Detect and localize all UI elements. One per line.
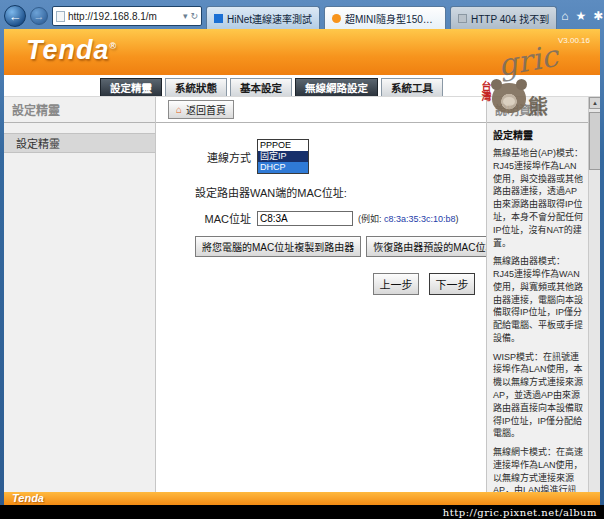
- tab-label: HiNet連線速率測試: [227, 11, 312, 26]
- home-icon[interactable]: ⌂: [561, 10, 568, 22]
- nav-tab-basic-settings[interactable]: 基本設定: [230, 78, 292, 96]
- wizard-form: 連線方式 PPPOE 固定IP DHCP 設定路由器WAN端的MAC位址: MA…: [161, 139, 481, 295]
- back-arrow-icon: ←: [9, 9, 22, 24]
- tab-favicon-icon: [332, 14, 341, 23]
- tools-gear-icon[interactable]: ✱: [593, 10, 603, 22]
- nav-tab-system-status[interactable]: 系統狀態: [165, 78, 227, 96]
- home-icon: ⌂: [176, 104, 182, 115]
- sidebar-title: 設定精靈: [12, 101, 60, 118]
- tab-mini-router[interactable]: 超MINI隨身型150M...: [324, 6, 446, 29]
- firmware-version: V3.00.16: [558, 36, 590, 45]
- main-panel: ⌂ 返回首頁 連線方式 PPPOE 固定IP DHCP 設定路由器WAN端的MA…: [156, 97, 486, 505]
- content-area: 設定精靈 設定精靈 ⌂ 返回首頁 連線方式 PPPOE: [4, 97, 600, 492]
- next-step-button[interactable]: 下一步: [429, 273, 475, 295]
- page-favicon-icon: [56, 11, 65, 22]
- browser-chrome: ← → http://192.168.8.1/m ▾ ↻ HiNet連線速率測試…: [0, 0, 604, 29]
- tab-http-404[interactable]: HTTP 404 找不到: [450, 6, 557, 29]
- tenda-logo-text: Tenda: [26, 35, 110, 65]
- back-button[interactable]: ←: [4, 5, 26, 27]
- compat-view-icon[interactable]: ▾: [183, 11, 188, 21]
- mac-buttons-row: 將您電腦的MAC位址複製到路由器 恢復路由器預設的MAC位址: [195, 236, 481, 257]
- forward-button[interactable]: →: [30, 7, 48, 25]
- option-pppoe[interactable]: PPPOE: [258, 140, 308, 151]
- main-toolbar: ⌂ 返回首頁: [156, 97, 486, 123]
- sidebar-header: 設定精靈: [4, 97, 155, 123]
- tab-label: HTTP 404 找不到: [471, 11, 549, 26]
- registered-mark: ®: [110, 41, 118, 51]
- hint-mac: c8:3a:35:3c:10:b8: [384, 214, 456, 224]
- scroll-up-button[interactable]: ▲: [589, 97, 600, 109]
- hint-open: (例如:: [358, 214, 384, 224]
- help-paragraph: 無線路由器模式：RJ45連接埠作為WAN使用，與寬頻或其他路由器連接，電腦向本設…: [493, 255, 583, 344]
- mac-section-heading: 設定路由器WAN端的MAC位址:: [195, 184, 481, 200]
- tab-favicon-icon: [214, 14, 223, 23]
- refresh-icon[interactable]: ↻: [190, 11, 198, 21]
- help-paragraph: WISP模式：在訊號連接埠作為LAN使用，本機以無線方式連接來源AP，並透過AP…: [493, 351, 583, 440]
- address-bar[interactable]: http://192.168.8.1/m ▾ ↻: [52, 6, 202, 26]
- scrollbar-thumb[interactable]: [589, 112, 600, 170]
- main-nav: 設定精靈 系統狀態 基本設定 無線網路設定 系統工具: [4, 75, 600, 97]
- help-header: 說明資訊: [487, 97, 600, 123]
- tab-label: 超MINI隨身型150M...: [345, 11, 438, 26]
- help-scrollbar[interactable]: ▲ ▼: [588, 97, 600, 505]
- copy-mac-button[interactable]: 將您電腦的MAC位址複製到路由器: [195, 236, 361, 257]
- connection-method-row: 連線方式 PPPOE 固定IP DHCP: [161, 139, 481, 174]
- forward-arrow-icon: →: [34, 10, 45, 22]
- help-panel: 說明資訊 設定精靈 無線基地台(AP)模式：RJ45連接埠作為LAN使用，與交換…: [486, 97, 600, 505]
- return-home-button[interactable]: ⌂ 返回首頁: [168, 100, 234, 119]
- previous-step-button[interactable]: 上一步: [373, 273, 419, 295]
- option-dhcp[interactable]: DHCP: [258, 162, 308, 173]
- tab-hinet-speedtest[interactable]: HiNet連線速率測試: [206, 6, 320, 29]
- help-title: 說明資訊: [495, 101, 543, 118]
- step-nav-row: 上一步 下一步: [161, 273, 481, 295]
- nav-tab-wireless-settings[interactable]: 無線網路設定: [295, 78, 378, 96]
- connection-method-listbox[interactable]: PPPOE 固定IP DHCP: [257, 139, 309, 174]
- footer-tenda-logo: Tenda: [12, 492, 44, 504]
- help-paragraph: 無線基地台(AP)模式：RJ45連接埠作為LAN使用，與交換器或其他路由器連接，…: [493, 147, 583, 249]
- page-footer: Tenda: [4, 492, 600, 505]
- connection-method-label: 連線方式: [161, 149, 257, 165]
- browser-toolbar-icons: ⌂ ★ ✱ ×: [561, 8, 604, 24]
- hint-close: ): [456, 214, 459, 224]
- sidebar: 設定精靈 設定精靈: [4, 97, 156, 505]
- router-page: Tenda® V3.00.16 設定精靈 系統狀態 基本設定 無線網路設定 系統…: [4, 29, 600, 505]
- sidebar-item-setup-wizard[interactable]: 設定精靈: [4, 133, 155, 153]
- help-heading: 設定精靈: [493, 129, 583, 143]
- watermark-bar: http://gric.pixnet.net/album: [0, 505, 604, 519]
- nav-tab-setup-wizard[interactable]: 設定精靈: [100, 78, 162, 96]
- tab-favicon-icon: [458, 14, 467, 23]
- arrow-up-icon: ▲: [592, 100, 598, 106]
- nav-tab-system-tools[interactable]: 系統工具: [381, 78, 443, 96]
- mac-address-label: MAC位址: [161, 210, 257, 226]
- mac-address-row: MAC位址 (例如: c8:3a:35:3c:10:b8): [161, 210, 481, 226]
- watermark-url: http://gric.pixnet.net/album: [443, 507, 597, 518]
- option-static-ip[interactable]: 固定IP: [258, 151, 308, 162]
- help-content: 設定精靈 無線基地台(AP)模式：RJ45連接埠作為LAN使用，與交換器或其他路…: [487, 123, 588, 505]
- url-text: http://192.168.8.1/m: [68, 11, 180, 22]
- mac-example-hint: (例如: c8:3a:35:3c:10:b8): [358, 212, 459, 225]
- tenda-logo: Tenda®: [26, 35, 117, 66]
- return-home-label: 返回首頁: [186, 102, 226, 117]
- favorites-star-icon[interactable]: ★: [575, 10, 586, 22]
- restore-mac-button[interactable]: 恢復路由器預設的MAC位址: [366, 236, 502, 257]
- tenda-header: Tenda® V3.00.16: [4, 29, 600, 75]
- mac-address-input[interactable]: [257, 211, 353, 226]
- browser-window: ← → http://192.168.8.1/m ▾ ↻ HiNet連線速率測試…: [0, 0, 604, 519]
